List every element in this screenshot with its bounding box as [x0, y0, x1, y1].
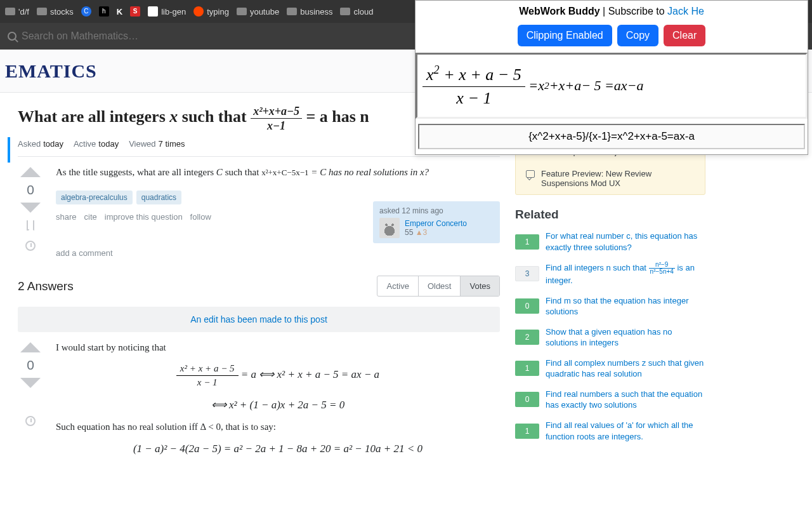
webwork-buddy-panel: WebWork Buddy | Subscribe to Jack He Cli… — [415, 0, 808, 155]
clear-button[interactable]: Clear — [664, 25, 705, 46]
wwb-latex-input[interactable] — [418, 124, 805, 149]
related-header: Related — [515, 208, 705, 222]
tab-votes[interactable]: Votes — [461, 276, 499, 296]
math-equation: ⟺ x² + (1 − a)x + 2a − 5 = 0 — [56, 398, 500, 411]
copy-button[interactable]: Copy — [617, 25, 658, 46]
vote-count: 0 — [27, 358, 34, 373]
math-equation: x² + x + a − 5x − 1 = a ⟺ x² + x + a − 5… — [56, 363, 500, 388]
meta-item[interactable]: Feature Preview: New Review Suspensions … — [516, 163, 705, 194]
bookmark-k[interactable]: K — [117, 7, 122, 17]
bookmark-df[interactable]: 'd/f — [5, 7, 29, 17]
bookmark-stocks[interactable]: stocks — [37, 7, 74, 17]
edit-notice[interactable]: An edit has been made to this post — [18, 307, 500, 332]
folder-icon — [287, 8, 297, 15]
related-item[interactable]: 2Show that a given equation has no solut… — [515, 326, 705, 349]
answer-post: 0 I would start by noticing that x² + x … — [18, 342, 500, 465]
bookmark-s[interactable]: S — [130, 6, 140, 17]
wwb-math-display: x2 + x + a − 5x − 1 = x2 + x + a − 5 = a… — [416, 53, 808, 119]
vote-count: 0 — [27, 182, 34, 197]
bookmark-h[interactable]: h — [99, 6, 109, 17]
user-name-link[interactable]: Emperor Concerto — [405, 219, 467, 228]
related-item[interactable]: 1Find all complex numbers z such that gi… — [515, 358, 705, 380]
site-logo[interactable]: EMATICS — [5, 60, 97, 82]
user-card: asked 12 mins ago Emperor Concerto 55 ▲3 — [373, 201, 500, 243]
folder-icon — [340, 8, 350, 15]
related-item[interactable]: 1For what real number c, this equation h… — [515, 231, 705, 253]
question-body: As the title suggests, what are all inte… — [56, 167, 500, 258]
share-link[interactable]: share — [56, 212, 77, 222]
history-icon[interactable] — [25, 416, 36, 426]
add-comment-link[interactable]: add a comment — [56, 243, 500, 258]
downvote-button[interactable] — [20, 203, 41, 213]
vote-cell: 0 — [18, 342, 43, 465]
answer-body: I would start by noticing that x² + x + … — [56, 342, 500, 465]
favicon-icon: S — [130, 6, 140, 17]
vote-cell: 0 — [18, 167, 43, 258]
bookmark-typing[interactable]: typing — [193, 6, 229, 17]
stat-asked: Askedtoday — [18, 139, 63, 149]
folder-icon — [237, 8, 247, 15]
favicon-icon: h — [99, 6, 109, 17]
sidebar: Featured on Meta Creating new Help Cente… — [515, 105, 705, 478]
favicon-icon — [148, 6, 158, 17]
upvote-button[interactable] — [20, 167, 41, 177]
cite-link[interactable]: cite — [84, 212, 97, 222]
avatar[interactable] — [379, 218, 400, 238]
wwb-subscribe-link[interactable]: Jack He — [667, 6, 704, 17]
answers-count: 2 Answers — [18, 279, 74, 293]
bookmark-business[interactable]: business — [287, 7, 332, 17]
meta-icon — [526, 170, 535, 178]
related-item[interactable]: 1Find all real values of 'a' for which a… — [515, 420, 705, 442]
improve-link[interactable]: improve this question — [105, 212, 183, 222]
tab-active[interactable]: Active — [377, 276, 418, 296]
stat-active: Activetoday — [74, 139, 119, 149]
math-equation: (1 − a)² − 4(2a − 5) = a² − 2a + 1 − 8a … — [56, 443, 500, 455]
bookmark-cloud[interactable]: cloud — [340, 7, 373, 17]
related-item[interactable]: 3Find all integers n such that n²−9n²−5n… — [515, 262, 705, 286]
history-icon[interactable] — [25, 241, 36, 251]
wwb-title: WebWork Buddy | Subscribe to Jack He — [416, 1, 808, 22]
question-post: 0 As the title suggests, what are all in… — [18, 167, 500, 258]
wwb-toolbar: Clipping Enabled Copy Clear — [416, 22, 808, 53]
reddit-icon — [193, 6, 204, 17]
bookmark-icon[interactable] — [27, 220, 34, 231]
folder-icon — [5, 8, 15, 15]
main-content: What are all integers x such that x²+x+a… — [18, 105, 500, 478]
related-item[interactable]: 0Find real numbers a such that the equat… — [515, 389, 705, 411]
favicon-icon: C — [81, 6, 91, 17]
sort-tabs: Active Oldest Votes — [377, 276, 500, 297]
tab-oldest[interactable]: Oldest — [419, 276, 461, 296]
folder-icon — [37, 8, 47, 15]
bookmark-youtube[interactable]: youtube — [237, 7, 279, 17]
related-item[interactable]: 0Find m so that the equation has integer… — [515, 295, 705, 318]
tag[interactable]: algebra-precalculus — [56, 190, 133, 204]
clipping-enabled-button[interactable]: Clipping Enabled — [518, 25, 612, 46]
upvote-button[interactable] — [20, 342, 41, 352]
bookmark-libgen[interactable]: lib-gen — [148, 6, 186, 17]
left-rail-indicator — [8, 137, 10, 163]
search-icon — [8, 32, 16, 41]
follow-link[interactable]: follow — [190, 212, 211, 222]
stat-viewed: Viewed7 times — [129, 139, 185, 149]
bookmark-c[interactable]: C — [81, 6, 91, 17]
tag[interactable]: quadratics — [136, 190, 181, 204]
downvote-button[interactable] — [20, 378, 41, 388]
bronze-badge: ▲3 — [416, 228, 428, 237]
answers-header: 2 Answers Active Oldest Votes — [18, 276, 500, 297]
favicon-icon: K — [117, 7, 122, 17]
